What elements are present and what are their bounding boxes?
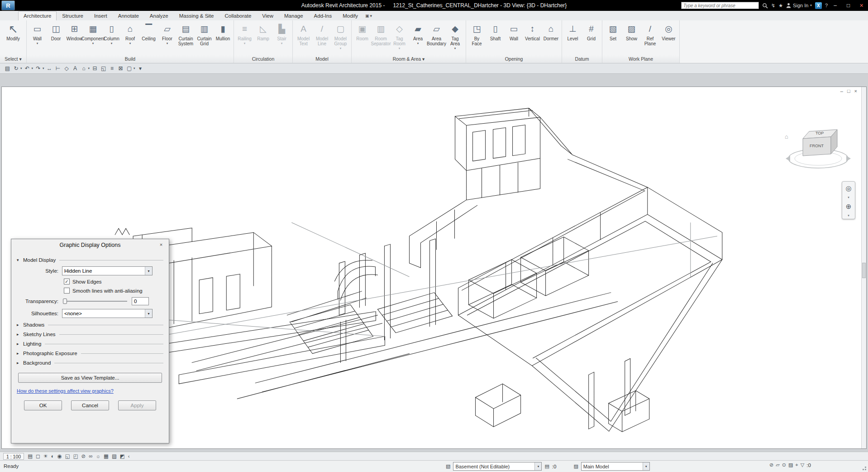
close-button[interactable]: × <box>855 0 868 11</box>
component-button[interactable]: ▦Component▾ <box>84 21 102 55</box>
model-group-button[interactable]: ▢Model Group▾ <box>331 21 350 55</box>
view-minimize-button[interactable]: – <box>840 88 843 94</box>
ref-plane-button[interactable]: /Ref Plane <box>641 21 659 55</box>
wall-button[interactable]: ▭Wall <box>505 21 523 55</box>
ramp-button[interactable]: ◺Ramp <box>254 21 272 55</box>
floor-button[interactable]: ▱Floor▾ <box>158 21 176 55</box>
room-button[interactable]: ▣Room <box>353 21 372 55</box>
temporary-view-properties-icon[interactable]: ▦ <box>104 453 109 459</box>
mullion-button[interactable]: ▮Mullion <box>214 21 232 55</box>
active-workset-select[interactable]: Basement (Not Editable) ▾ <box>453 462 542 471</box>
room-separator-button[interactable]: ▥Room Separator <box>372 21 390 55</box>
model-text-button[interactable]: AModel Text <box>294 21 313 55</box>
door-button[interactable]: ◫Door <box>47 21 65 55</box>
tab-massing-site[interactable]: Massing & Site <box>174 11 219 20</box>
tab-architecture[interactable]: Architecture <box>18 11 57 20</box>
tab-add-ins[interactable]: Add-Ins <box>309 11 338 20</box>
visual-style-icon[interactable]: ◻ <box>36 453 40 459</box>
switch-windows-icon[interactable]: ▢ <box>125 65 134 72</box>
viewer-button[interactable]: ◎Viewer <box>659 21 678 55</box>
ok-button[interactable]: OK <box>24 400 62 410</box>
app-button[interactable]: R <box>1 0 15 10</box>
select-links-icon[interactable]: ⊘ <box>769 462 773 468</box>
qat-customize-icon[interactable]: ▾ <box>136 65 145 72</box>
maximize-button[interactable]: □ <box>842 0 855 11</box>
dropdown-arrow-icon[interactable]: ▾ <box>32 67 33 70</box>
exchange-apps-icon[interactable]: X <box>815 2 822 9</box>
railing-button[interactable]: ≡Railing▾ <box>235 21 254 55</box>
smooth-lines-checkbox[interactable] <box>64 288 70 294</box>
grid-button[interactable]: #Grid <box>582 21 601 55</box>
undo-icon[interactable]: ↶ <box>23 65 32 72</box>
sync-with-central-icon[interactable]: ↻ <box>12 65 20 72</box>
view-restore-button[interactable]: □ <box>847 88 850 94</box>
slider-thumb[interactable] <box>63 299 67 304</box>
model-line-button[interactable]: /Model Line <box>313 21 331 55</box>
section-icon[interactable]: ⊟ <box>91 65 99 72</box>
detail-level-icon[interactable]: ▤ <box>28 453 33 459</box>
temporary-hide-isolate-icon[interactable]: ∞ <box>89 453 92 459</box>
tab-collaborate[interactable]: Collaborate <box>219 11 257 20</box>
show-button[interactable]: ▨Show <box>622 21 641 55</box>
minimize-button[interactable]: – <box>829 0 842 11</box>
chevron-down-icon[interactable]: ▾ <box>643 462 649 470</box>
show-edges-row[interactable]: ✓ Show Edges <box>64 279 163 284</box>
section-sketchy-lines[interactable]: ▸Sketchy Lines <box>17 332 163 337</box>
steering-wheel-button[interactable]: ◎ <box>843 183 854 194</box>
editing-requests-icon[interactable]: ▤ <box>544 463 549 469</box>
viewcube-rotate-left-arrow[interactable] <box>786 156 790 161</box>
section-shadows[interactable]: ▸Shadows <box>17 322 163 328</box>
tab-structure[interactable]: Structure <box>57 11 89 20</box>
view-cube[interactable]: ⌂ TOP FRONT <box>779 119 856 173</box>
curtain-grid-button[interactable]: ▥Curtain Grid <box>195 21 214 55</box>
tag-room-button[interactable]: ◇Tag Room▾ <box>390 21 409 55</box>
resize-grip[interactable] <box>861 465 867 471</box>
section-model-display[interactable]: ▾ Model Display <box>17 257 163 263</box>
section-lighting[interactable]: ▸Lighting <box>17 341 163 347</box>
favorites-icon[interactable]: ★ <box>778 2 783 9</box>
chevron-down-icon[interactable]: ▾ <box>145 267 152 275</box>
chevron-down-icon[interactable]: ▾ <box>534 462 541 470</box>
dialog-titlebar[interactable]: Graphic Display Options × <box>11 239 169 250</box>
design-options-icon[interactable]: ▨ <box>573 463 578 469</box>
sign-in-button[interactable]: Sign In ▾ <box>786 2 812 9</box>
search-input[interactable] <box>681 2 759 9</box>
dropdown-arrow-icon[interactable]: ▾ <box>134 67 135 70</box>
dropdown-arrow-icon[interactable]: ▾ <box>20 67 22 70</box>
level-button[interactable]: ⊥Level <box>563 21 582 55</box>
reveal-hidden-elements-icon[interactable]: ☼ <box>95 453 100 459</box>
worksets-icon[interactable]: ▧ <box>446 463 450 469</box>
filter-icon[interactable]: ▽ <box>801 462 804 468</box>
silhouettes-select[interactable]: <none> ▾ <box>62 309 153 318</box>
search-icon[interactable] <box>762 3 768 9</box>
text-icon[interactable]: A <box>71 65 80 72</box>
communication-center-icon[interactable]: ↯ <box>771 2 775 9</box>
zoom-menu-arrow-icon[interactable]: ▾ <box>848 214 849 217</box>
save-as-view-template-button[interactable]: Save as View Template... <box>18 373 162 383</box>
tab-view[interactable]: View <box>257 11 279 20</box>
save-icon[interactable]: ▤ <box>3 65 12 72</box>
view-close-button[interactable]: × <box>854 88 857 94</box>
help-icon[interactable]: ? <box>825 2 828 9</box>
ceiling-button[interactable]: ▔Ceiling <box>139 21 158 55</box>
curtain-system-button[interactable]: ▤Curtain System <box>176 21 195 55</box>
show-analytical-model-icon[interactable]: ▨ <box>112 453 117 459</box>
help-link[interactable]: How do these settings affect view graphi… <box>17 388 163 394</box>
select-pinned-icon[interactable]: ⊙ <box>782 462 786 468</box>
vertical-button[interactable]: ↕Vertical <box>523 21 542 55</box>
stair-button[interactable]: ▙Stair▾ <box>272 21 291 55</box>
by-face-button[interactable]: ◳By Face <box>467 21 486 55</box>
redo-icon[interactable]: ↷ <box>34 65 43 72</box>
show-crop-region-icon[interactable]: ◰ <box>73 453 78 459</box>
design-option-select[interactable]: Main Model ▾ <box>581 462 650 471</box>
dialog-close-button[interactable]: × <box>155 241 167 248</box>
roof-button[interactable]: ⌂Roof▾ <box>121 21 139 55</box>
thin-lines-icon[interactable]: ≡ <box>108 65 116 72</box>
area-button[interactable]: ▰Area▾ <box>409 21 427 55</box>
modify-button[interactable]: ↖Modify <box>1 21 25 55</box>
default-3d-view-icon[interactable]: ⌂ <box>80 65 88 72</box>
shadows-icon[interactable]: ◐ <box>51 453 54 459</box>
measure-icon[interactable]: ↔ <box>45 65 54 72</box>
vertical-scrollbar[interactable] <box>861 87 866 448</box>
highlight-displacement-sets-icon[interactable]: ◩ <box>120 453 125 459</box>
